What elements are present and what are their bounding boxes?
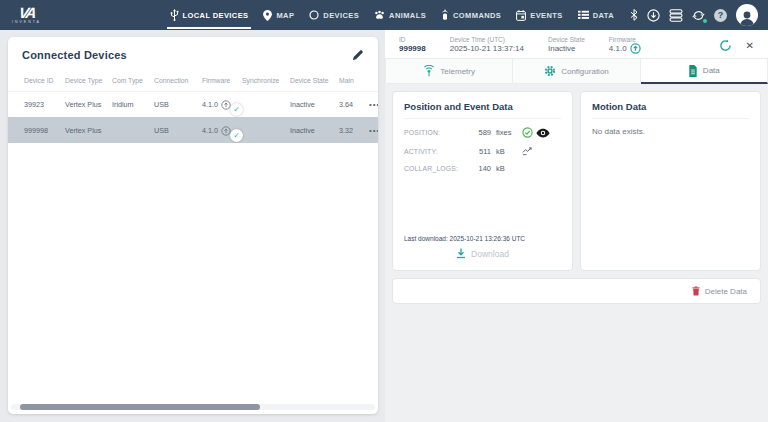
trash-icon[interactable] [692, 286, 700, 296]
tab-configuration[interactable]: Configuration [513, 58, 640, 84]
empty-state-text: No data exists. [592, 127, 749, 136]
nav-label: DATA [593, 11, 614, 20]
delete-data-label[interactable]: Delete Data [705, 287, 747, 296]
row-menu-icon[interactable]: ••• [369, 126, 378, 135]
gear-icon [544, 65, 556, 77]
nav-label: MAP [276, 11, 294, 20]
firmware-update-icon[interactable] [630, 43, 641, 54]
activity-graph-icon[interactable] [522, 146, 533, 156]
tab-data[interactable]: Data [641, 58, 768, 84]
download-icon [456, 248, 466, 259]
cell-main: 3.32 [339, 126, 369, 135]
field-id: ID 999998 [399, 36, 426, 54]
cell-com-type: Iridium [112, 100, 154, 109]
check-circle-icon [522, 127, 533, 138]
nav-items: LOCAL DEVICES MAP DEVICES ANIMALS [170, 9, 614, 21]
document-icon [688, 65, 698, 77]
cell-connection: USB [154, 126, 202, 135]
cell-device-state: Inactive [290, 126, 339, 135]
panel-title: Connected Devices [22, 49, 127, 61]
eye-icon[interactable] [536, 128, 550, 138]
position-event-data-card: Position and Event Data POSITION: 589 fi… [392, 91, 573, 271]
table-row-selected[interactable]: 999998 Vertex Plus USB 4.1.0 ✓ Inactive … [8, 117, 378, 143]
app-window: VA INVENTA LOCAL DEVICES MAP DEVICES [0, 0, 768, 422]
device-time-value: 2025-10-21 13:37:14 [450, 44, 524, 54]
nav-label: LOCAL DEVICES [183, 11, 249, 20]
help-icon[interactable]: ? [714, 9, 727, 22]
device-id-value: 999998 [399, 44, 426, 54]
cell-connection: USB [154, 100, 202, 109]
telemetry-icon [423, 65, 435, 77]
usb-icon [170, 9, 179, 21]
delete-data-bar: Delete Data [392, 278, 761, 304]
motion-data-card: Motion Data No data exists. [580, 91, 761, 271]
field-device-time: Device Time (UTC) 2025-10-21 13:37:14 [450, 36, 524, 54]
table-icon [578, 10, 589, 20]
connected-devices-panel: Connected Devices Device ID Device Type … [8, 37, 378, 414]
nav-label: EVENTS [530, 11, 562, 20]
col-main: Main [339, 77, 369, 84]
map-pin-icon [263, 10, 272, 21]
database-icon[interactable] [669, 9, 683, 22]
col-connection: Connection [154, 77, 202, 84]
cell-device-type: Vertex Plus [65, 126, 112, 135]
sync-icon[interactable] [692, 9, 705, 22]
col-com-type: Com Type [112, 77, 154, 84]
nav-animals[interactable]: ANIMALS [374, 10, 426, 20]
cell-device-id: 39923 [24, 100, 65, 109]
card-title: Motion Data [592, 101, 749, 119]
sync-status-dot [703, 19, 707, 23]
close-icon[interactable]: ✕ [746, 40, 754, 51]
bluetooth-icon[interactable] [630, 9, 638, 21]
transmitter-icon [441, 9, 449, 21]
row-menu-icon[interactable]: ••• [369, 100, 378, 109]
app-logo[interactable]: VA INVENTA [12, 5, 41, 25]
firmware-value: 4.1.0 [609, 44, 627, 54]
detail-tabs: Telemetry Configuration Data [385, 58, 768, 84]
col-synchronize: Synchronize [242, 77, 290, 84]
col-firmware: Firmware [202, 77, 242, 84]
device-state-value: Inactive [548, 44, 585, 54]
horizontal-scrollbar[interactable] [11, 404, 375, 410]
nav-tools: ? [630, 4, 758, 26]
paw-icon [374, 10, 385, 20]
detail-header: ID 999998 Device Time (UTC) 2025-10-21 1… [385, 30, 768, 58]
col-device-type: Device Type [65, 77, 112, 84]
scrollbar-thumb[interactable] [20, 404, 260, 410]
table-header: Device ID Device Type Com Type Connectio… [8, 69, 378, 91]
tab-content: Position and Event Data POSITION: 589 fi… [385, 84, 768, 422]
edit-icon[interactable] [352, 49, 364, 61]
download-circle-icon[interactable] [647, 9, 660, 22]
device-detail-panel: ID 999998 Device Time (UTC) 2025-10-21 1… [385, 30, 768, 422]
nav-events[interactable]: EVENTS [516, 10, 562, 21]
field-firmware: Firmware 4.1.0 [609, 36, 641, 55]
nav-data[interactable]: DATA [578, 10, 614, 20]
card-title: Position and Event Data [404, 101, 561, 119]
nav-label: ANIMALS [389, 11, 426, 20]
nav-label: DEVICES [323, 11, 359, 20]
tab-telemetry[interactable]: Telemetry [385, 58, 513, 84]
collar-logs-row: COLLAR_LOGS: 140 kB [404, 164, 561, 173]
refresh-icon[interactable] [719, 39, 732, 52]
col-device-id: Device ID [24, 77, 65, 84]
activity-row: ACTIVITY: 511 kB [404, 146, 561, 156]
last-download-text: Last download: 2025-10-21 13:26:36 UTC [404, 235, 561, 242]
cell-device-state: Inactive [290, 100, 339, 109]
table-row[interactable]: 39923 Vertex Plus Iridium USB 4.1.0 ✓ In… [8, 91, 378, 117]
cell-device-type: Vertex Plus [65, 100, 112, 109]
field-device-state: Device State Inactive [548, 36, 585, 54]
logo-mark: VA [18, 5, 36, 20]
calendar-icon [516, 10, 526, 21]
nav-commands[interactable]: COMMANDS [441, 9, 501, 21]
cell-main: 3.64 [339, 100, 369, 109]
cell-device-id: 999998 [24, 126, 65, 135]
download-button[interactable]: Download [456, 248, 509, 259]
logo-text: INVENTA [12, 21, 41, 25]
nav-map[interactable]: MAP [263, 10, 294, 21]
nav-local-devices[interactable]: LOCAL DEVICES [170, 9, 249, 21]
collar-icon [309, 10, 319, 20]
top-navbar: VA INVENTA LOCAL DEVICES MAP DEVICES [0, 0, 768, 30]
avatar[interactable] [736, 4, 758, 26]
nav-devices[interactable]: DEVICES [309, 10, 359, 20]
col-device-state: Device State [290, 77, 339, 84]
